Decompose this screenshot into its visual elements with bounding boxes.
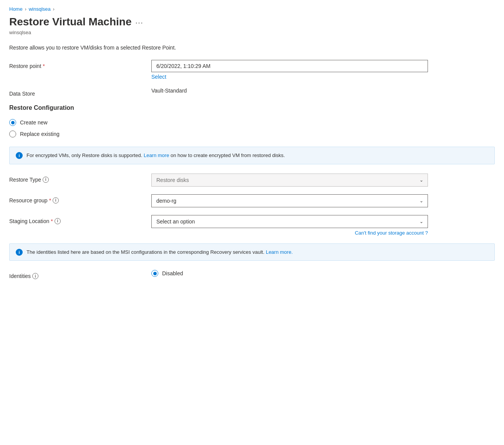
- learn-more-link-2[interactable]: Learn more.: [266, 249, 293, 255]
- page-header: Restore Virtual Machine ···: [9, 16, 495, 28]
- radio-replace-existing-circle[interactable]: [9, 131, 16, 137]
- restore-configuration-radio-group: Create new Replace existing: [9, 119, 495, 137]
- breadcrumb-parent[interactable]: winsqlsea: [29, 6, 51, 12]
- staging-location-label: Staging Location * i: [9, 215, 151, 224]
- restore-type-control: Restore disks ⌄: [151, 174, 428, 187]
- resource-group-required: *: [49, 197, 51, 203]
- restore-type-info-icon[interactable]: i: [43, 177, 49, 183]
- info-text-encrypted: For encrypted VMs, only Restore disks is…: [27, 152, 285, 159]
- radio-create-new-label: Create new: [20, 119, 48, 126]
- identities-radio-label: Disabled: [162, 270, 183, 276]
- data-store-value: Vault-Standard: [151, 88, 428, 94]
- restore-type-label: Restore Type i: [9, 174, 151, 183]
- restore-type-wrapper: Restore disks ⌄: [151, 174, 428, 187]
- data-store-text: Vault-Standard: [151, 84, 187, 94]
- restore-point-select-link[interactable]: Select: [151, 74, 166, 80]
- breadcrumb-sep-1: ›: [25, 7, 27, 12]
- more-options-button[interactable]: ···: [135, 19, 143, 27]
- staging-location-control: Select an option ⌄ Can't find your stora…: [151, 215, 428, 236]
- breadcrumb: Home › winsqlsea ›: [9, 6, 495, 12]
- restore-point-row: Restore point * Select: [9, 60, 495, 80]
- restore-point-input[interactable]: [151, 60, 428, 72]
- page-subtitle: winsqlsea: [9, 30, 495, 35]
- info-text-identities: The identities listed here are based on …: [27, 248, 293, 256]
- radio-create-new[interactable]: Create new: [9, 119, 495, 126]
- radio-replace-existing-label: Replace existing: [20, 131, 60, 137]
- restore-type-select[interactable]: Restore disks: [151, 174, 428, 187]
- page-title: Restore Virtual Machine: [9, 16, 131, 28]
- resource-group-label: Resource group * i: [9, 194, 151, 203]
- identities-label: Identities i: [9, 270, 151, 279]
- breadcrumb-home[interactable]: Home: [9, 6, 23, 12]
- staging-location-required: *: [51, 218, 53, 224]
- cant-find-link-container: Can't find your storage account ?: [151, 230, 428, 236]
- restore-point-required: *: [43, 63, 45, 69]
- staging-location-info-icon[interactable]: i: [55, 218, 61, 224]
- cant-find-storage-link[interactable]: Can't find your storage account ?: [355, 230, 428, 236]
- page-description: Restore allows you to restore VM/disks f…: [9, 45, 495, 51]
- data-store-row: Data Store Vault-Standard: [9, 88, 495, 97]
- identities-control: Disabled: [151, 270, 428, 277]
- breadcrumb-sep-2: ›: [53, 7, 55, 12]
- staging-location-wrapper: Select an option ⌄: [151, 215, 428, 228]
- identities-disabled-radio[interactable]: Disabled: [151, 270, 428, 277]
- page-container: Home › winsqlsea › Restore Virtual Machi…: [0, 0, 504, 302]
- radio-replace-existing[interactable]: Replace existing: [9, 131, 495, 137]
- learn-more-link-1[interactable]: Learn more: [144, 152, 169, 158]
- resource-group-control: demo-rg ⌄: [151, 194, 428, 207]
- staging-location-row: Staging Location * i Select an option ⌄ …: [9, 215, 495, 236]
- restore-type-row: Restore Type i Restore disks ⌄: [9, 174, 495, 187]
- info-icon-2: i: [16, 249, 23, 256]
- restore-point-control: Select: [151, 60, 428, 80]
- data-store-label: Data Store: [9, 88, 151, 97]
- radio-create-new-circle[interactable]: [9, 119, 16, 126]
- staging-location-select[interactable]: Select an option: [151, 215, 428, 228]
- identities-radio-circle[interactable]: [151, 270, 158, 277]
- resource-group-row: Resource group * i demo-rg ⌄: [9, 194, 495, 207]
- restore-point-label: Restore point *: [9, 60, 151, 69]
- restore-configuration-title: Restore Configuration: [9, 104, 495, 111]
- resource-group-wrapper: demo-rg ⌄: [151, 194, 428, 207]
- identities-info-icon[interactable]: i: [32, 273, 38, 279]
- resource-group-select[interactable]: demo-rg: [151, 194, 428, 207]
- identities-row: Identities i Disabled: [9, 270, 495, 279]
- info-icon-1: i: [16, 152, 23, 159]
- info-banner-encrypted: i For encrypted VMs, only Restore disks …: [9, 147, 495, 164]
- info-banner-identities: i The identities listed here are based o…: [9, 243, 495, 261]
- resource-group-info-icon[interactable]: i: [53, 197, 59, 203]
